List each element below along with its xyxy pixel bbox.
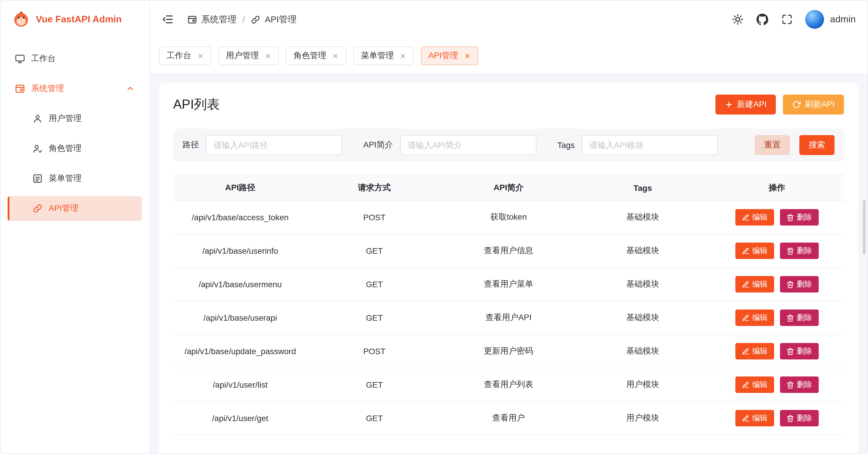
header-row: API路径 请求方式 API简介 Tags 操作 — [173, 175, 844, 201]
cell-tags: 基础模块 — [576, 301, 710, 335]
edit-button[interactable]: 编辑 — [735, 410, 774, 426]
cell-actions: 编辑 删除 — [710, 368, 844, 401]
cell-tags: 基础模块 — [576, 234, 710, 267]
cell-api-path: /api/v1/base/userapi — [173, 301, 307, 335]
breadcrumb: 系统管理 / API管理 — [187, 14, 297, 25]
delete-button[interactable]: 删除 — [780, 276, 818, 292]
refresh-api-label: 刷新API — [805, 99, 835, 110]
delete-button[interactable]: 删除 — [780, 410, 818, 426]
breadcrumb-label: 系统管理 — [201, 14, 237, 25]
query-bar: 路径 API简介 Tags 重置 搜索 — [173, 129, 844, 162]
cell-api-path: /api/v1/base/access_token — [173, 201, 307, 234]
delete-button[interactable]: 删除 — [780, 376, 818, 393]
edit-button[interactable]: 编辑 — [735, 310, 774, 326]
cell-summary: 查看用户菜单 — [441, 267, 576, 301]
api-table-body: /api/v1/base/access_token POST 获取token 基… — [173, 201, 844, 435]
app-logo[interactable]: Vue FastAPI Admin — [1, 1, 149, 38]
tab[interactable]: 用户管理 — [218, 47, 279, 65]
sidebar-item-workbench[interactable]: 工作台 — [8, 47, 142, 71]
edit-button[interactable]: 编辑 — [735, 343, 774, 360]
sidebar-item-api-mgmt[interactable]: API管理 — [8, 196, 142, 221]
fullscreen-icon[interactable] — [781, 13, 794, 26]
user-menu[interactable]: admin — [806, 10, 856, 29]
edit-button[interactable]: 编辑 — [735, 376, 774, 393]
tab[interactable]: API管理 — [421, 47, 478, 65]
cell-method: GET — [307, 368, 441, 401]
monitor-icon — [15, 53, 25, 64]
delete-button[interactable]: 删除 — [780, 310, 818, 326]
user-icon — [32, 113, 43, 124]
trash-icon — [786, 214, 794, 221]
scrollbar-thumb[interactable] — [863, 200, 866, 254]
path-filter-input[interactable] — [206, 135, 342, 155]
pencil-icon — [742, 247, 749, 255]
pencil-icon — [742, 214, 749, 221]
delete-label: 删除 — [797, 346, 812, 357]
edit-button[interactable]: 编辑 — [735, 243, 774, 259]
tab[interactable]: 菜单管理 — [353, 47, 414, 65]
avatar — [806, 10, 824, 29]
breadcrumb-item-system[interactable]: 系统管理 — [187, 14, 237, 25]
sidebar-item-label: API管理 — [49, 203, 79, 214]
api-table: API路径 请求方式 API简介 Tags 操作 /api/v1/base/ac… — [173, 174, 844, 435]
tab-close-icon[interactable] — [265, 53, 271, 59]
sidebar-item-user-mgmt[interactable]: 用户管理 — [8, 106, 142, 131]
column-header-method: 请求方式 — [307, 175, 441, 201]
row-actions: 编辑 删除 — [710, 209, 844, 226]
breadcrumb-separator: / — [242, 15, 245, 24]
cell-tags: 用户模块 — [576, 368, 710, 401]
search-button[interactable]: 搜索 — [799, 135, 835, 155]
delete-button[interactable]: 删除 — [780, 343, 818, 360]
list-square-icon — [32, 173, 43, 184]
page-title: API列表 — [173, 96, 220, 113]
tab[interactable]: 角色管理 — [286, 47, 346, 65]
trash-icon — [786, 314, 794, 321]
window-settings-icon — [187, 15, 197, 24]
summary-filter-input[interactable] — [400, 135, 536, 155]
page-head: API列表 新建API 刷新API — [173, 94, 844, 115]
tab[interactable]: 工作台 — [159, 47, 211, 65]
github-icon[interactable] — [756, 13, 769, 26]
sidebar: Vue FastAPI Admin 工作台 系统管理 — [1, 1, 150, 453]
page-content: API列表 新建API 刷新API 路径 — [150, 74, 867, 453]
create-api-button[interactable]: 新建API — [715, 94, 776, 115]
reset-button[interactable]: 重置 — [755, 135, 790, 155]
edit-button[interactable]: 编辑 — [735, 276, 774, 292]
table-row: /api/v1/base/usermenu GET 查看用户菜单 基础模块 编辑 — [173, 267, 844, 301]
cell-actions: 编辑 删除 — [710, 335, 844, 368]
edit-label: 编辑 — [752, 346, 767, 357]
sidebar-item-system-mgmt[interactable]: 系统管理 — [8, 76, 142, 101]
sidebar-item-role-mgmt[interactable]: 角色管理 — [8, 136, 142, 161]
delete-label: 删除 — [797, 379, 812, 390]
trash-icon — [786, 247, 794, 255]
plus-icon — [725, 101, 733, 109]
collapse-sidebar-icon[interactable] — [161, 13, 174, 26]
tab-close-icon[interactable] — [197, 53, 204, 59]
sidebar-menu: 工作台 系统管理 用户管理 角 — [1, 38, 149, 229]
tags-filter-input[interactable] — [582, 135, 718, 155]
edit-label: 编辑 — [752, 312, 767, 323]
row-actions: 编辑 删除 — [710, 276, 844, 292]
path-filter-label: 路径 — [183, 140, 199, 150]
sidebar-item-menu-mgmt[interactable]: 菜单管理 — [8, 166, 142, 191]
tab-close-icon[interactable] — [332, 53, 339, 59]
cell-summary: 更新用户密码 — [441, 335, 576, 368]
tab-label: 工作台 — [167, 51, 191, 61]
tab-close-icon[interactable] — [464, 53, 470, 59]
table-row: /api/v1/base/userinfo GET 查看用户信息 基础模块 编辑 — [173, 234, 844, 267]
cell-tags: 基础模块 — [576, 267, 710, 301]
breadcrumb-item-api[interactable]: API管理 — [251, 14, 297, 25]
pencil-icon — [742, 414, 749, 422]
refresh-api-button[interactable]: 刷新API — [783, 94, 844, 115]
delete-button[interactable]: 删除 — [780, 209, 818, 226]
cell-actions: 编辑 删除 — [710, 201, 844, 234]
trash-icon — [786, 381, 794, 389]
sidebar-item-label: 系统管理 — [31, 83, 64, 94]
delete-button[interactable]: 删除 — [780, 243, 818, 259]
query-actions: 重置 搜索 — [755, 135, 835, 155]
tab-close-icon[interactable] — [400, 53, 406, 59]
path-filter-group: 路径 — [183, 135, 342, 155]
theme-toggle-sun-icon[interactable] — [732, 13, 744, 26]
edit-button[interactable]: 编辑 — [735, 209, 774, 226]
cell-summary: 查看用户信息 — [441, 234, 576, 267]
